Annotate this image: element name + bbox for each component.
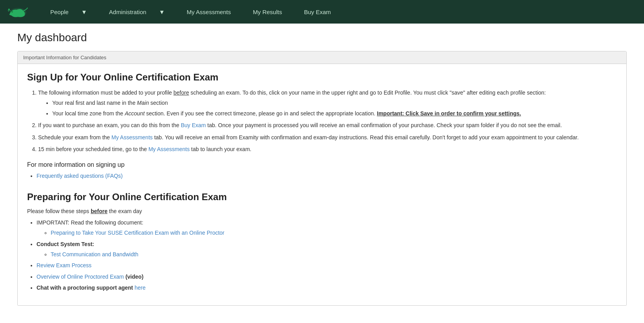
chevron-down-icon: ▼: [76, 6, 93, 18]
chat-here-link[interactable]: here: [135, 285, 146, 291]
nav-buy-exam-link[interactable]: Buy Exam: [293, 4, 342, 20]
more-info-heading: For more information on signing up: [27, 161, 617, 168]
prep-item-review: Review Exam Process: [37, 261, 617, 270]
step-1-sub-1: Your real first and last name in the Mai…: [52, 99, 617, 107]
more-info-list: Frequently asked questions (FAQs): [27, 172, 617, 180]
topbar: People ▼ Administration ▼ My Assessments…: [0, 0, 644, 24]
prep-item-2-sub: Test Communication and Bandwidth: [37, 250, 617, 259]
svg-point-2: [9, 9, 9, 9]
prep-before-text: Please follow these steps before the exa…: [27, 208, 617, 214]
overview-link[interactable]: Overview of Online Proctored Exam: [37, 274, 124, 280]
before-underline-2: before: [91, 208, 108, 214]
nav-my-assessments-link[interactable]: My Assessments: [176, 4, 242, 20]
prep-item-overview: Overview of Online Proctored Exam (video…: [37, 272, 617, 281]
page-title: My dashboard: [17, 31, 627, 44]
nav-my-results[interactable]: My Results: [242, 4, 293, 20]
nav-my-results-link[interactable]: My Results: [242, 4, 293, 20]
review-exam-link[interactable]: Review Exam Process: [37, 262, 91, 268]
signup-step-1: The following information must be added …: [38, 88, 617, 118]
prep-item-important: IMPORTANT: Read the following document: …: [37, 218, 617, 237]
nav-buy-exam[interactable]: Buy Exam: [293, 4, 342, 20]
top-nav: People ▼ Administration ▼ My Assessments…: [39, 4, 342, 20]
card-body: Sign Up for Your Online Certification Ex…: [18, 64, 626, 305]
page-container: My dashboard Important Information for C…: [8, 24, 636, 321]
info-card: Important Information for Candidates Sig…: [17, 51, 627, 306]
prep-list: IMPORTANT: Read the following document: …: [27, 218, 617, 292]
faq-link-item: Frequently asked questions (FAQs): [37, 172, 617, 180]
signup-step-4: 15 min before your scheduled time, go to…: [38, 145, 617, 153]
nav-administration[interactable]: Administration ▼: [98, 4, 176, 20]
before-underline-1: before: [174, 89, 189, 96]
signup-heading: Sign Up for Your Online Certification Ex…: [27, 72, 617, 83]
prep-sub-link-1: Preparing to Take Your SUSE Certificatio…: [51, 228, 617, 237]
chevron-down-icon: ▼: [154, 6, 170, 18]
nav-people-link[interactable]: People ▼: [39, 4, 98, 20]
nav-administration-link[interactable]: Administration ▼: [98, 4, 176, 20]
signup-step-3: Schedule your exam from the My Assessmen…: [38, 133, 617, 142]
step-1-sub-2: Your local time zone from the Account se…: [52, 109, 617, 118]
nav-people[interactable]: People ▼: [39, 4, 98, 20]
bandwidth-link[interactable]: Test Communication and Bandwidth: [51, 251, 138, 257]
signup-steps-list: The following information must be added …: [27, 88, 617, 153]
logo[interactable]: [6, 4, 30, 20]
suse-doc-link[interactable]: Preparing to Take Your SUSE Certificatio…: [51, 230, 225, 236]
card-header: Important Information for Candidates: [18, 51, 626, 64]
buy-exam-link[interactable]: Buy Exam: [181, 122, 206, 128]
prep-item-1-sub: Preparing to Take Your SUSE Certificatio…: [37, 228, 617, 237]
prep-heading: Preparing for Your Online Certification …: [27, 192, 617, 203]
prep-item-conduct: Conduct System Test: Test Communication …: [37, 240, 617, 259]
prep-sub-link-2: Test Communication and Bandwidth: [51, 250, 617, 259]
logo-icon: [6, 4, 30, 20]
svg-point-1: [11, 11, 13, 13]
faq-link[interactable]: Frequently asked questions (FAQs): [37, 173, 123, 179]
signup-step-2: If you want to purchase an exam, you can…: [38, 121, 617, 130]
important-notice: Important: Click Save in order to confir…: [377, 110, 521, 117]
nav-my-assessments[interactable]: My Assessments: [176, 4, 242, 20]
prep-item-chat: Chat with a proctoring support agent her…: [37, 283, 617, 292]
step-1-sub-list: Your real first and last name in the Mai…: [38, 99, 617, 118]
my-assessments-link-2[interactable]: My Assessments: [148, 146, 190, 152]
my-assessments-link-1[interactable]: My Assessments: [112, 134, 153, 141]
